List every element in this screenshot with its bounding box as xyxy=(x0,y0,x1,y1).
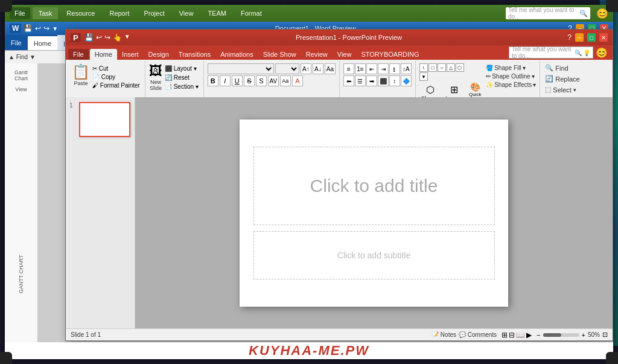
tab-report[interactable]: Report xyxy=(103,7,135,19)
ppt-fit-btn[interactable]: ⊡ xyxy=(602,331,608,339)
reset-button[interactable]: 🔄 Reset xyxy=(164,74,200,81)
case-button[interactable]: Aa xyxy=(280,75,291,86)
shape-item[interactable]: △ xyxy=(447,63,455,72)
justify-btn[interactable]: ⬛ xyxy=(378,75,389,86)
shape-effects-btn[interactable]: ✨ Shape Effects ▾ xyxy=(486,81,536,88)
replace-button[interactable]: 🔄 Replace xyxy=(544,74,585,83)
text-direction-btn[interactable]: ↕A xyxy=(401,63,412,74)
line-spacing-btn[interactable]: ↕ xyxy=(389,75,400,86)
spacing-button[interactable]: AV xyxy=(268,75,279,86)
ppt-view-slide-sorter[interactable]: ⊟ xyxy=(509,331,515,339)
layout-button[interactable]: ⬛ Layout ▾ xyxy=(164,65,200,72)
ppt-titlebar: P 💾 ↩ ↪ 👆 ▼ Presentation1 - PowerPoint P… xyxy=(66,30,613,45)
format-painter-button[interactable]: 🖌 Format Painter xyxy=(91,81,141,89)
tab-format-task[interactable]: Format xyxy=(235,7,268,19)
shape-item[interactable]: ○ xyxy=(438,63,446,72)
ppt-qat-touch[interactable]: 👆 xyxy=(113,33,122,42)
copy-button[interactable]: 📄 Copy xyxy=(91,73,141,81)
ppt-slideshow-btn[interactable]: ▶ xyxy=(526,331,532,339)
ppt-tab-storyboarding[interactable]: STORYBOARDING xyxy=(356,49,424,60)
decrease-indent-btn[interactable]: ⇤ xyxy=(366,63,377,74)
cut-button[interactable]: ✂ Cut xyxy=(91,65,141,72)
word-tab-file[interactable]: File xyxy=(5,35,28,50)
word-qat-save[interactable]: 💾 xyxy=(24,24,33,33)
increase-indent-btn[interactable]: ⇥ xyxy=(378,63,389,74)
ppt-view-normal[interactable]: ⊞ xyxy=(502,331,508,339)
new-slide-button[interactable]: 🖼 NewSlide xyxy=(149,63,162,91)
shadow-button[interactable]: S xyxy=(256,75,267,86)
ppt-qat-redo[interactable]: ↪ xyxy=(104,33,110,42)
ppt-tab-review[interactable]: Review xyxy=(301,49,333,60)
ppt-tab-insert[interactable]: Insert xyxy=(117,49,144,60)
align-center-btn[interactable]: ☰ xyxy=(355,75,366,86)
slide-subtitle-area[interactable]: Click to add subtitle xyxy=(253,231,495,279)
shape-dropdown-btn[interactable]: ▼ xyxy=(419,72,428,81)
ppt-qat-undo[interactable]: ↩ xyxy=(96,33,102,42)
tab-file-task[interactable]: File xyxy=(10,7,30,19)
shape-fill-btn[interactable]: 🪣 Shape Fill ▾ xyxy=(486,65,536,71)
bullets-btn[interactable]: ≡ xyxy=(343,63,354,74)
shape-outline-dropdown[interactable]: ▾ xyxy=(532,73,535,80)
select-dropdown[interactable]: ▾ xyxy=(573,87,576,93)
ppt-comments-btn[interactable]: 💬 Comments xyxy=(459,331,497,338)
ppt-slide[interactable]: Click to add title Click to add subtitle xyxy=(240,120,508,307)
ppt-close-btn[interactable]: ✕ xyxy=(599,33,608,42)
shape-item[interactable]: \ xyxy=(419,63,428,72)
ppt-tab-transitions[interactable]: Transitions xyxy=(174,49,215,60)
strikethrough-button[interactable]: S xyxy=(244,75,255,86)
underline-button[interactable]: U xyxy=(232,75,243,86)
ppt-tab-view[interactable]: View xyxy=(333,49,357,60)
ppt-zoom-slider[interactable] xyxy=(543,333,579,337)
ppt-tab-slideshow[interactable]: Slide Show xyxy=(258,49,301,60)
font-color-button[interactable]: A xyxy=(292,75,303,86)
shape-fill-dropdown[interactable]: ▾ xyxy=(523,65,526,71)
word-qat-redo[interactable]: ↪ xyxy=(43,24,49,33)
ppt-help-icon[interactable]: ? xyxy=(567,33,572,42)
ppt-tab-file[interactable]: File xyxy=(68,49,89,60)
paste-button[interactable]: 📋 Paste xyxy=(72,63,90,86)
shape-outline-btn[interactable]: ✏ Shape Outline ▾ xyxy=(486,73,536,80)
word-qat-dropdown[interactable]: ▼ xyxy=(52,25,58,32)
word-tab-home[interactable]: Home xyxy=(28,35,57,50)
select-button[interactable]: ⬚ Select ▾ xyxy=(544,85,585,94)
font-decrease-btn[interactable]: A↓ xyxy=(313,63,323,74)
ppt-tab-design[interactable]: Design xyxy=(144,49,174,60)
find-button[interactable]: 🔍 Find xyxy=(544,63,585,72)
word-qat-undo[interactable]: ↩ xyxy=(35,24,41,33)
tab-view-task[interactable]: View xyxy=(173,7,200,19)
font-size-select[interactable] xyxy=(275,63,299,74)
ppt-qat-dropdown[interactable]: ▼ xyxy=(124,33,130,42)
shape-item[interactable]: ⬡ xyxy=(456,63,464,72)
slide-title-area[interactable]: Click to add title xyxy=(253,147,495,225)
font-increase-btn[interactable]: A↑ xyxy=(301,63,311,74)
ppt-tab-home[interactable]: Home xyxy=(90,49,117,60)
ppt-minimize-btn[interactable]: − xyxy=(575,33,584,42)
section-button[interactable]: 📑 Section ▾ xyxy=(164,83,200,91)
shape-effects-dropdown[interactable]: ▾ xyxy=(533,81,536,88)
ppt-zoom-in[interactable]: + xyxy=(582,331,585,339)
task-search-input[interactable]: Tell me what you want to do... xyxy=(508,7,579,20)
italic-button[interactable]: I xyxy=(220,75,231,86)
align-right-btn[interactable]: ➡ xyxy=(366,75,377,86)
bold-button[interactable]: B xyxy=(208,75,218,86)
shape-item[interactable]: □ xyxy=(428,63,437,72)
ppt-view-reading[interactable]: 📖 xyxy=(516,331,525,339)
ppt-tab-animations[interactable]: Animations xyxy=(215,49,258,60)
columns-btn[interactable]: ⫿ xyxy=(389,63,400,74)
ppt-search-box[interactable]: Tell me what you want to do... 🔍 💡 xyxy=(509,46,593,59)
ppt-notes-btn[interactable]: 📝 Notes xyxy=(432,331,456,338)
font-name-select[interactable] xyxy=(208,63,274,74)
smartart-btn[interactable]: 🔷 xyxy=(401,75,412,86)
numbering-btn[interactable]: 1≡ xyxy=(355,63,366,74)
tab-task[interactable]: Task xyxy=(33,7,59,19)
tab-project[interactable]: Project xyxy=(138,7,170,19)
slide-thumbnail-1[interactable] xyxy=(79,102,130,137)
tab-resource[interactable]: Resource xyxy=(60,7,101,19)
tab-team[interactable]: TEAM xyxy=(202,7,232,19)
ppt-maximize-btn[interactable]: □ xyxy=(587,33,596,42)
align-left-btn[interactable]: ⬅ xyxy=(343,75,354,86)
font-clear-btn[interactable]: Aa xyxy=(325,63,336,74)
ppt-qat-save[interactable]: 💾 xyxy=(84,33,94,42)
ppt-zoom-out[interactable]: − xyxy=(537,331,540,339)
task-search-box[interactable]: Tell me what you want to do... 🔍 xyxy=(506,7,590,19)
